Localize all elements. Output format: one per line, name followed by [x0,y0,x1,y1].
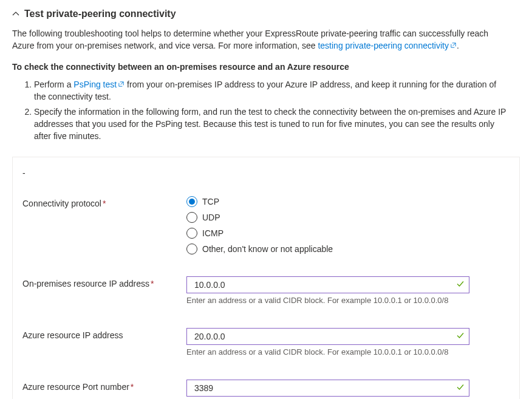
onprem-ip-input[interactable] [186,276,469,293]
steps-list: Perform a PsPing test from your on-premi… [12,79,510,142]
external-link-icon [118,79,124,91]
form-area: - Connectivity protocol* TCP UDP ICMP Ot… [12,157,520,399]
collapse-dash[interactable]: - [22,168,510,178]
intro-after: . [457,41,459,50]
radio-circle-icon [186,196,197,207]
onprem-ip-label: On-premises resource IP address* [22,276,186,288]
radio-icmp[interactable]: ICMP [186,228,469,239]
checkmark-icon [456,280,465,290]
protocol-label: Connectivity protocol* [22,196,186,208]
section-title: Test private-peering connectivity [24,9,176,19]
radio-label: Other, don't know or not applicable [202,244,333,254]
step-1: Perform a PsPing test from your on-premi… [34,79,510,103]
radio-udp[interactable]: UDP [186,212,469,223]
psping-link[interactable]: PsPing test [73,80,124,89]
section-header[interactable]: Test private-peering connectivity [12,9,520,19]
checkmark-icon [456,332,465,342]
onprem-ip-help: Enter an address or a valid CIDR block. … [186,296,469,305]
azure-port-label: Azure resource Port number* [22,380,186,392]
intro-link[interactable]: testing private-peering connectivity [318,41,457,50]
protocol-row: Connectivity protocol* TCP UDP ICMP Othe… [22,196,510,254]
radio-other[interactable]: Other, don't know or not applicable [186,244,469,254]
radio-circle-icon [186,212,197,223]
azure-ip-input[interactable] [186,328,469,345]
chevron-up-icon [12,10,19,18]
radio-label: ICMP [202,228,223,238]
external-link-icon [450,40,457,52]
azure-port-input[interactable] [186,380,469,397]
radio-circle-icon [186,244,197,254]
checkmark-icon [456,383,465,394]
step-2: Specify the information in the following… [34,106,510,142]
azure-port-row: Azure resource Port number* Example 443.… [22,380,510,399]
azure-ip-help: Enter an address or a valid CIDR block. … [186,347,469,356]
radio-circle-icon [186,228,197,239]
subheading: To check the connectivity between an on-… [12,62,520,72]
azure-ip-row: Azure resource IP address Enter an addre… [22,328,510,356]
onprem-ip-row: On-premises resource IP address* Enter a… [22,276,510,305]
protocol-radio-group: TCP UDP ICMP Other, don't know or not ap… [186,196,469,254]
radio-dot-icon [189,199,195,205]
azure-ip-label: Azure resource IP address [22,328,186,340]
radio-label: TCP [202,197,219,206]
intro-text: The following troubleshooting tool helps… [12,28,510,52]
radio-label: UDP [202,213,220,222]
radio-tcp[interactable]: TCP [186,196,469,207]
